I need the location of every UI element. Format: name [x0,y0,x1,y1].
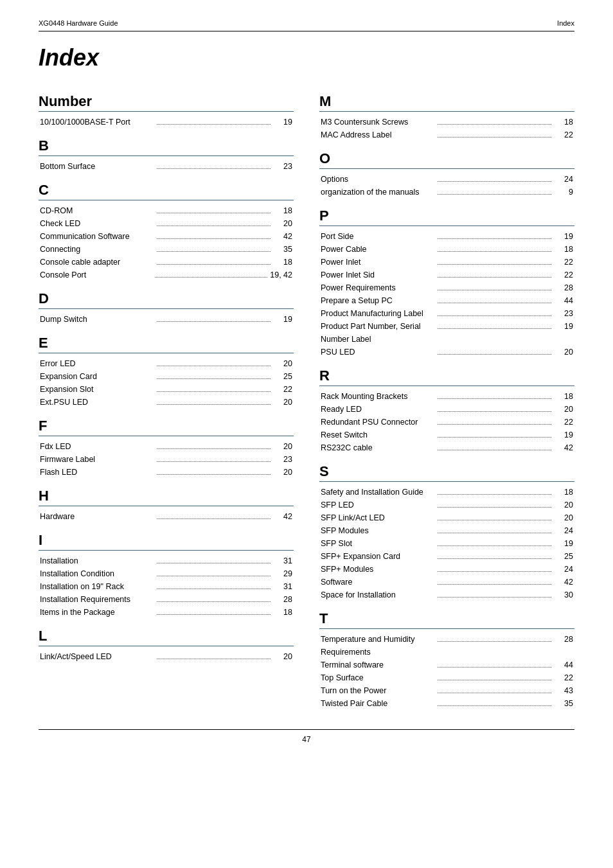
entry-label: Installation Condition [40,567,154,580]
entry-dots [157,321,271,322]
index-entry: Top Surface22 [319,671,574,684]
entry-dots [157,474,271,475]
index-entry: Check LED20 [39,217,294,230]
entry-dots [438,680,552,680]
entry-dots [157,518,271,519]
page: XG0448 Hardware Guide Index Index Number… [0,0,613,868]
entry-label: PSU LED [321,346,435,359]
entry-dots [438,124,552,125]
entry-page: 22 [273,383,292,396]
entry-page: 18 [273,256,292,269]
entry-page: 20 [273,357,292,370]
entry-page: 22 [554,671,573,684]
entry-label: Ext.PSU LED [40,396,154,409]
index-entry: Connecting35 [39,243,294,256]
entry-label: organization of the manuals [321,186,435,199]
entry-dots [438,558,552,559]
entry-dots [157,238,271,239]
entry-dots [438,238,552,239]
section-letter-o: O [319,150,574,167]
entry-dots [438,507,552,508]
entry-page: 20 [273,650,292,663]
index-entry: Error LED20 [39,357,294,370]
index-entry: Fdx LED20 [39,440,294,453]
entry-label: Link/Act/Speed LED [40,650,154,663]
entry-page: 20 [554,346,573,359]
entry-dots [157,251,271,252]
entry-label: Product Manufacturing Label [321,307,435,320]
entry-page: 44 [554,294,573,307]
entry-dots [438,277,552,278]
index-entry: 10/100/1000BASE-T Port19 [39,116,294,128]
entry-label: Safety and Installation Guide [321,486,435,499]
entry-label: Check LED [40,217,154,230]
header-right: Index [557,19,574,27]
section-letter-t: T [319,610,574,627]
entry-page: 9 [554,186,573,199]
index-entry: Power Cable18 [319,243,574,256]
entry-page: 22 [554,256,573,269]
section-divider [39,436,294,436]
entry-dots [438,597,552,598]
entry-dots [438,667,552,668]
entry-label: Port Side [321,230,435,243]
section-letter-number: Number [39,93,294,110]
index-entry: Expansion Slot22 [39,383,294,396]
entry-label: MAC Address Label [321,128,435,141]
section-divider [39,200,294,200]
index-entry: Safety and Installation Guide18 [319,486,574,499]
entry-label: Connecting [40,243,154,256]
index-entry: Ext.PSU LED20 [39,396,294,409]
index-entry: Options24 [319,173,574,186]
section-letter-b: B [39,137,294,154]
entry-page: 20 [554,499,573,511]
index-entry: Ready LED20 [319,403,574,416]
entry-dots [157,168,271,169]
entry-page: 20 [554,511,573,524]
entry-page: 18 [554,116,573,128]
index-entry: SFP Modules24 [319,524,574,537]
entry-page: 22 [554,269,573,281]
index-columns: Number10/100/1000BASE-T Port19BBottom Su… [39,84,574,710]
section-divider [39,353,294,353]
entry-page: 43 [554,684,573,697]
entry-label: Expansion Slot [40,383,154,396]
entry-dots [438,290,552,290]
entry-dots [438,264,552,265]
entry-page: 24 [554,173,573,186]
entry-dots [438,398,552,399]
index-entry: Redundant PSU Connector22 [319,416,574,429]
entry-dots [157,448,271,449]
entry-label: Hardware [40,510,154,523]
entry-dots [157,378,271,379]
entry-dots [438,571,552,572]
entry-label: Flash LED [40,466,154,479]
section-letter-s: S [319,463,574,480]
entry-label: Firmware Label [40,453,154,466]
index-entry: Rack Mounting Brackets18 [319,390,574,403]
entry-label: Turn on the Power [321,684,435,697]
index-entry: Installation on 19" Rack31 [39,580,294,593]
entry-page: 22 [554,128,573,141]
entry-dots [157,124,271,125]
entry-label: Rack Mounting Brackets [321,390,435,403]
entry-label: RS232C cable [321,441,435,454]
entry-dots [155,277,267,278]
section-divider [319,111,574,112]
entry-dots [157,589,271,589]
section-divider [319,226,574,226]
index-entry: Dump Switch19 [39,313,294,326]
entry-page: 30 [554,589,573,601]
index-entry: Power Requirements28 [319,281,574,294]
entry-dots [438,194,552,195]
index-entry: Space for Installation30 [319,589,574,601]
entry-label: SFP Modules [321,524,435,537]
entry-label: Software [321,576,435,589]
entry-page: 44 [554,659,573,671]
entry-dots [438,328,552,329]
entry-label: Dump Switch [40,313,154,326]
entry-dots [438,584,552,585]
page-header: XG0448 Hardware Guide Index [39,19,574,31]
entry-page: 18 [273,204,292,217]
entry-dots [438,411,552,412]
